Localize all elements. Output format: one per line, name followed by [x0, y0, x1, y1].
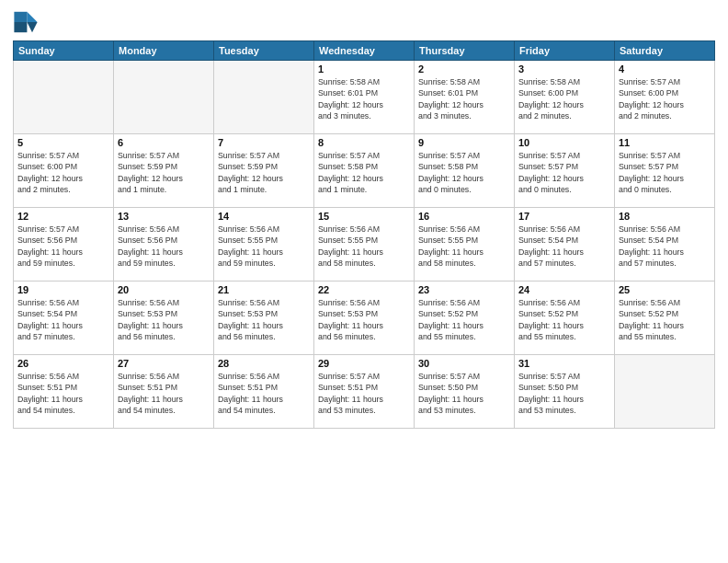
calendar-cell: 16Sunrise: 5:56 AM Sunset: 5:55 PM Dayli… [415, 208, 515, 282]
calendar-cell: 3Sunrise: 5:58 AM Sunset: 6:00 PM Daylig… [515, 61, 615, 134]
svg-rect-3 [14, 22, 27, 32]
calendar-cell: 5Sunrise: 5:57 AM Sunset: 6:00 PM Daylig… [14, 134, 114, 208]
day-number: 19 [17, 284, 109, 295]
day-number: 7 [218, 137, 310, 148]
week-row-4: 19Sunrise: 5:56 AM Sunset: 5:54 PM Dayli… [14, 282, 715, 355]
day-info: Sunrise: 5:56 AM Sunset: 5:55 PM Dayligh… [218, 224, 310, 269]
calendar-cell [615, 355, 715, 429]
day-info: Sunrise: 5:57 AM Sunset: 5:50 PM Dayligh… [518, 371, 610, 416]
day-number: 21 [218, 284, 310, 295]
day-number: 29 [318, 358, 410, 369]
calendar-cell: 17Sunrise: 5:56 AM Sunset: 5:54 PM Dayli… [515, 208, 615, 282]
day-number: 24 [518, 284, 610, 295]
calendar-cell: 15Sunrise: 5:56 AM Sunset: 5:55 PM Dayli… [314, 208, 415, 282]
calendar-cell: 25Sunrise: 5:56 AM Sunset: 5:52 PM Dayli… [615, 282, 715, 355]
calendar-cell: 30Sunrise: 5:57 AM Sunset: 5:50 PM Dayli… [415, 355, 515, 429]
day-info: Sunrise: 5:57 AM Sunset: 5:58 PM Dayligh… [418, 150, 510, 195]
day-info: Sunrise: 5:57 AM Sunset: 5:57 PM Dayligh… [619, 150, 711, 195]
day-number: 4 [619, 63, 711, 75]
day-number: 16 [418, 211, 510, 222]
week-row-3: 12Sunrise: 5:57 AM Sunset: 5:56 PM Dayli… [14, 208, 715, 282]
weekday-header-tuesday: Tuesday [214, 41, 314, 61]
weekday-header-sunday: Sunday [14, 41, 114, 61]
calendar-cell: 9Sunrise: 5:57 AM Sunset: 5:58 PM Daylig… [415, 134, 515, 208]
day-info: Sunrise: 5:58 AM Sunset: 6:01 PM Dayligh… [318, 76, 410, 121]
calendar-cell: 11Sunrise: 5:57 AM Sunset: 5:57 PM Dayli… [615, 134, 715, 208]
page: SundayMondayTuesdayWednesdayThursdayFrid… [0, 0, 728, 563]
day-info: Sunrise: 5:57 AM Sunset: 5:56 PM Dayligh… [17, 224, 109, 269]
day-number: 12 [17, 211, 109, 222]
day-info: Sunrise: 5:56 AM Sunset: 5:56 PM Dayligh… [118, 224, 210, 269]
svg-marker-1 [27, 22, 37, 32]
calendar-cell: 6Sunrise: 5:57 AM Sunset: 5:59 PM Daylig… [114, 134, 214, 208]
weekday-header-wednesday: Wednesday [314, 41, 415, 61]
day-info: Sunrise: 5:56 AM Sunset: 5:52 PM Dayligh… [619, 297, 711, 342]
day-number: 20 [118, 284, 210, 295]
header [13, 9, 715, 35]
day-info: Sunrise: 5:56 AM Sunset: 5:55 PM Dayligh… [318, 224, 410, 269]
logo-icon [13, 9, 39, 35]
calendar-cell: 7Sunrise: 5:57 AM Sunset: 5:59 PM Daylig… [214, 134, 314, 208]
day-info: Sunrise: 5:56 AM Sunset: 5:51 PM Dayligh… [218, 371, 310, 416]
weekday-header-thursday: Thursday [415, 41, 515, 61]
calendar-header: SundayMondayTuesdayWednesdayThursdayFrid… [14, 41, 715, 61]
day-info: Sunrise: 5:57 AM Sunset: 5:57 PM Dayligh… [518, 150, 610, 195]
day-info: Sunrise: 5:56 AM Sunset: 5:52 PM Dayligh… [518, 297, 610, 342]
day-info: Sunrise: 5:58 AM Sunset: 6:01 PM Dayligh… [418, 76, 510, 121]
weekday-header-saturday: Saturday [615, 41, 715, 61]
day-number: 26 [17, 358, 109, 369]
week-row-1: 1Sunrise: 5:58 AM Sunset: 6:01 PM Daylig… [14, 61, 715, 134]
day-info: Sunrise: 5:56 AM Sunset: 5:51 PM Dayligh… [118, 371, 210, 416]
calendar-cell: 10Sunrise: 5:57 AM Sunset: 5:57 PM Dayli… [515, 134, 615, 208]
calendar-cell [114, 61, 214, 134]
day-info: Sunrise: 5:57 AM Sunset: 6:00 PM Dayligh… [17, 150, 109, 195]
day-info: Sunrise: 5:56 AM Sunset: 5:54 PM Dayligh… [619, 224, 711, 269]
day-info: Sunrise: 5:56 AM Sunset: 5:54 PM Dayligh… [17, 297, 109, 342]
day-number: 15 [318, 211, 410, 222]
day-number: 9 [418, 137, 510, 148]
day-number: 3 [518, 63, 610, 75]
calendar-cell: 18Sunrise: 5:56 AM Sunset: 5:54 PM Dayli… [615, 208, 715, 282]
day-number: 25 [619, 284, 711, 295]
calendar-cell: 21Sunrise: 5:56 AM Sunset: 5:53 PM Dayli… [214, 282, 314, 355]
day-info: Sunrise: 5:57 AM Sunset: 5:59 PM Dayligh… [118, 150, 210, 195]
calendar-cell: 4Sunrise: 5:57 AM Sunset: 6:00 PM Daylig… [615, 61, 715, 134]
calendar-body: 1Sunrise: 5:58 AM Sunset: 6:01 PM Daylig… [14, 61, 715, 429]
day-info: Sunrise: 5:57 AM Sunset: 6:00 PM Dayligh… [619, 76, 711, 121]
day-info: Sunrise: 5:57 AM Sunset: 5:59 PM Dayligh… [218, 150, 310, 195]
day-info: Sunrise: 5:56 AM Sunset: 5:52 PM Dayligh… [418, 297, 510, 342]
day-number: 6 [118, 137, 210, 148]
day-info: Sunrise: 5:57 AM Sunset: 5:50 PM Dayligh… [418, 371, 510, 416]
day-number: 17 [518, 211, 610, 222]
logo [13, 9, 42, 35]
day-number: 23 [418, 284, 510, 295]
calendar-cell: 20Sunrise: 5:56 AM Sunset: 5:53 PM Dayli… [114, 282, 214, 355]
calendar-cell: 31Sunrise: 5:57 AM Sunset: 5:50 PM Dayli… [515, 355, 615, 429]
weekday-header-friday: Friday [515, 41, 615, 61]
day-info: Sunrise: 5:56 AM Sunset: 5:53 PM Dayligh… [118, 297, 210, 342]
calendar-cell: 1Sunrise: 5:58 AM Sunset: 6:01 PM Daylig… [314, 61, 415, 134]
day-number: 31 [518, 358, 610, 369]
calendar-cell: 23Sunrise: 5:56 AM Sunset: 5:52 PM Dayli… [415, 282, 515, 355]
calendar-cell [214, 61, 314, 134]
calendar-cell: 14Sunrise: 5:56 AM Sunset: 5:55 PM Dayli… [214, 208, 314, 282]
day-number: 22 [318, 284, 410, 295]
day-info: Sunrise: 5:56 AM Sunset: 5:51 PM Dayligh… [17, 371, 109, 416]
svg-rect-2 [14, 12, 27, 22]
week-row-2: 5Sunrise: 5:57 AM Sunset: 6:00 PM Daylig… [14, 134, 715, 208]
week-row-5: 26Sunrise: 5:56 AM Sunset: 5:51 PM Dayli… [14, 355, 715, 429]
day-number: 11 [619, 137, 711, 148]
calendar-cell: 13Sunrise: 5:56 AM Sunset: 5:56 PM Dayli… [114, 208, 214, 282]
day-info: Sunrise: 5:56 AM Sunset: 5:55 PM Dayligh… [418, 224, 510, 269]
day-info: Sunrise: 5:58 AM Sunset: 6:00 PM Dayligh… [518, 76, 610, 121]
day-number: 30 [418, 358, 510, 369]
calendar: SundayMondayTuesdayWednesdayThursdayFrid… [13, 40, 715, 429]
day-number: 18 [619, 211, 711, 222]
svg-marker-0 [27, 12, 37, 22]
calendar-cell: 28Sunrise: 5:56 AM Sunset: 5:51 PM Dayli… [214, 355, 314, 429]
day-number: 2 [418, 63, 510, 75]
day-info: Sunrise: 5:57 AM Sunset: 5:51 PM Dayligh… [318, 371, 410, 416]
day-number: 10 [518, 137, 610, 148]
day-info: Sunrise: 5:56 AM Sunset: 5:54 PM Dayligh… [518, 224, 610, 269]
weekday-header-monday: Monday [114, 41, 214, 61]
